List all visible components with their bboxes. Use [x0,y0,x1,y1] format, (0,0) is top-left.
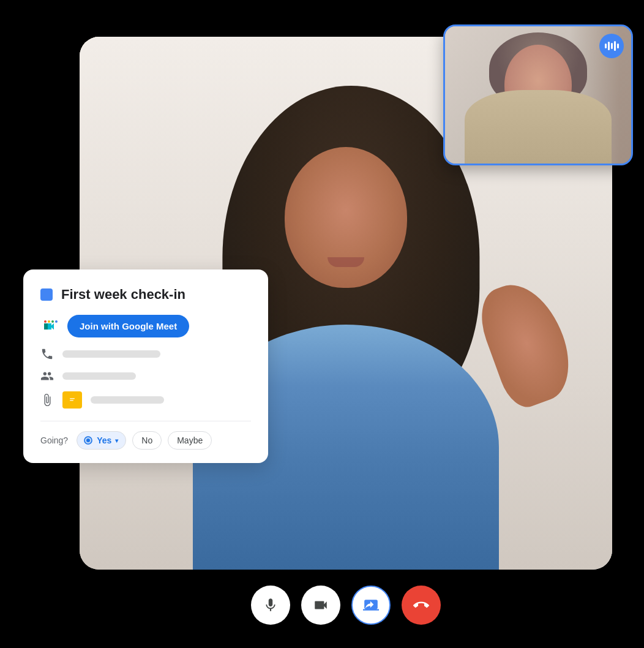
share-screen-button[interactable] [351,586,391,625]
rsvp-dropdown-arrow: ▾ [115,437,118,444]
phone-row [40,347,251,361]
person-smile [328,257,364,267]
attachment-icon [40,393,54,407]
svg-point-3 [51,320,54,323]
event-title-row: First week check-in [40,287,251,303]
guests-icon [40,369,54,383]
share-screen-icon [363,597,379,613]
svg-point-2 [48,320,50,323]
attachment-thumbnail [62,391,82,409]
rsvp-yes-label: Yes [97,435,111,445]
svg-point-1 [44,320,47,323]
svg-point-8 [86,439,90,442]
microphone-button[interactable] [251,586,290,625]
scene: First week check-in Join with Google Mee… [0,0,644,648]
svg-point-4 [55,320,58,323]
microphone-icon [263,597,279,613]
video-controls [80,586,612,625]
camera-icon [313,597,329,613]
rsvp-row: Going? Yes ▾ No Maybe [40,431,251,450]
guests-row [40,369,251,383]
event-title: First week check-in [61,287,185,303]
rsvp-label: Going? [40,435,68,445]
meet-join-row: Join with Google Meet [40,315,251,337]
join-meet-button[interactable]: Join with Google Meet [67,315,189,337]
event-card: First week check-in Join with Google Mee… [23,269,268,463]
phone-placeholder [62,350,160,358]
wave-bar [611,43,613,49]
camera-button[interactable] [301,586,340,625]
google-meet-icon [40,317,60,336]
wave-bar [614,41,616,51]
wave-bar [608,42,610,50]
wave-bar [617,43,619,48]
hangup-button[interactable] [402,586,441,625]
secondary-video [443,24,633,165]
hangup-icon [413,597,429,613]
svg-rect-7 [70,400,73,401]
event-color-dot [40,288,53,301]
phone-icon [40,347,54,361]
checkmark-icon [83,435,93,445]
svg-rect-6 [70,398,75,399]
attachment-row [40,391,251,409]
audio-active-badge [599,34,624,58]
card-divider [40,421,251,421]
slides-icon [67,394,78,405]
wave-bar [605,43,607,48]
rsvp-no-button[interactable]: No [132,431,162,450]
rsvp-yes-button[interactable]: Yes ▾ [77,431,126,450]
audio-waves [605,41,619,51]
rsvp-maybe-button[interactable]: Maybe [168,431,212,450]
guests-placeholder [62,372,136,380]
secondary-shirt [465,90,612,164]
attachment-name-placeholder [91,396,164,404]
